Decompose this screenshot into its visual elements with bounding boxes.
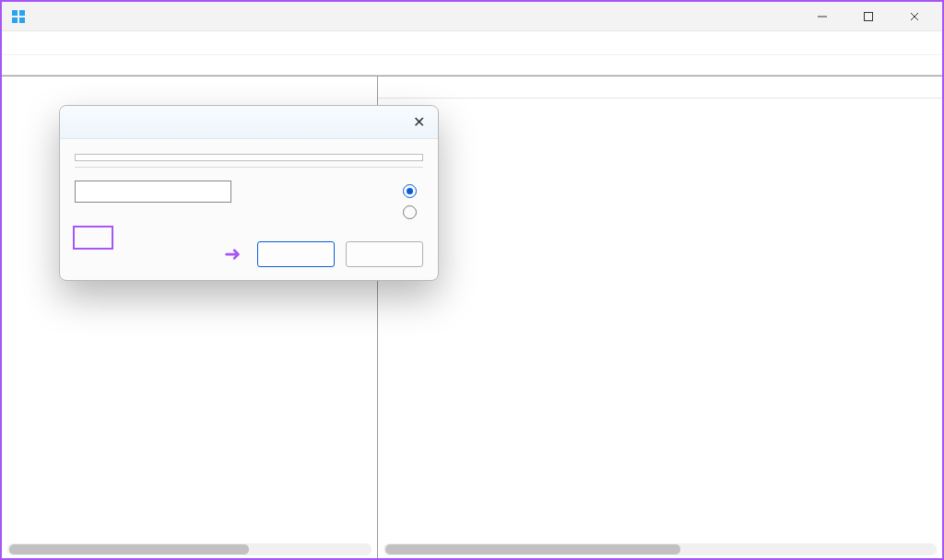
app-icon (11, 9, 26, 24)
svg-rect-2 (12, 18, 18, 23)
svg-rect-3 (19, 18, 25, 23)
value-name-box (75, 154, 423, 161)
menu-favorites[interactable] (68, 41, 87, 46)
close-button[interactable] (896, 4, 933, 29)
address-bar[interactable] (2, 55, 942, 76)
menu-file[interactable] (7, 41, 26, 46)
menubar (2, 31, 942, 55)
maximize-button[interactable] (850, 4, 887, 29)
menu-help[interactable] (88, 41, 107, 46)
menu-view[interactable] (48, 41, 66, 46)
svg-rect-1 (19, 10, 25, 16)
edit-value-dialog: ✕ ➜ (59, 105, 439, 281)
titlebar (2, 2, 942, 31)
menu-edit[interactable] (28, 41, 46, 46)
ok-button[interactable] (257, 241, 335, 267)
list-pane (378, 76, 942, 558)
dialog-close-icon[interactable]: ✕ (413, 113, 425, 131)
minimize-button[interactable] (804, 4, 841, 29)
list-header (378, 76, 942, 99)
svg-rect-0 (12, 10, 18, 16)
radio-decimal[interactable] (403, 205, 423, 219)
radio-hexadecimal[interactable] (403, 184, 423, 198)
list-horizontal-scrollbar[interactable] (384, 543, 937, 555)
value-data-input[interactable] (75, 181, 231, 203)
cancel-button[interactable] (346, 241, 423, 267)
annotation-arrow-icon: ➜ (224, 242, 241, 266)
svg-rect-5 (865, 12, 873, 20)
tree-horizontal-scrollbar[interactable] (7, 543, 372, 555)
